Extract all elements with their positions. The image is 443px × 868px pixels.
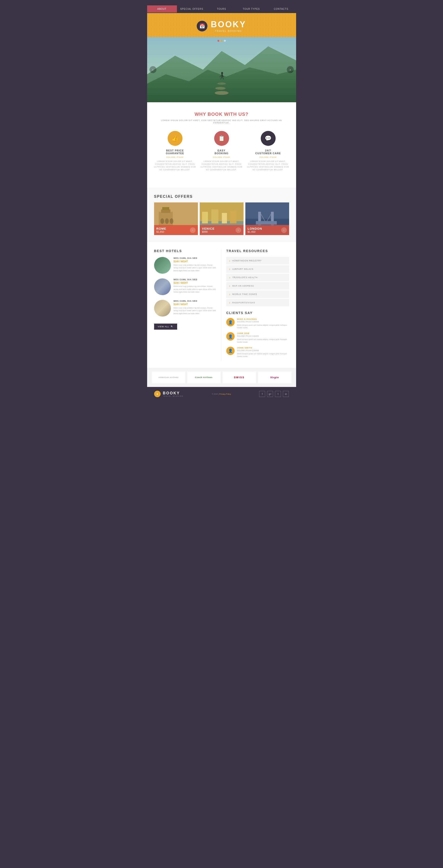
slider-dots bbox=[217, 40, 226, 42]
client-name-3: JOHN SMITH bbox=[237, 347, 289, 349]
slider-dot-3[interactable] bbox=[224, 40, 226, 42]
clients-say-title: CLIENTS SAY bbox=[226, 311, 289, 315]
feature-text-price: Lorem ipsum dolor sit amet, consectetur … bbox=[154, 160, 196, 171]
feature-customer-care: 💬 24/7CUSTOMER CARE DOLORE IPSUM Lorem i… bbox=[247, 131, 289, 178]
svg-point-17 bbox=[160, 218, 164, 224]
resource-honeymoon[interactable]: HONEYMOON REGISTRY bbox=[226, 257, 289, 265]
footer-brand-subtitle: TRAVEL BOOKING bbox=[163, 395, 184, 397]
hotel-price-2: $140 / NIGHT bbox=[174, 282, 217, 284]
offer-venice[interactable]: VENICE $990 › bbox=[200, 203, 243, 235]
site-header: 📅 BOOKY TRAVEL BOOKING bbox=[147, 13, 296, 37]
slider-prev-button[interactable]: ‹ bbox=[149, 66, 157, 73]
airline-american: American Airlines bbox=[152, 372, 185, 383]
clipboard-icon: 📋 bbox=[214, 131, 229, 146]
why-book-subtitle: LOREM IPSUM DOLOR SIT AMET, CON SECTETUR… bbox=[154, 119, 289, 124]
svg-rect-25 bbox=[222, 213, 227, 223]
header-content: 📅 BOOKY TRAVEL BOOKING bbox=[152, 20, 292, 32]
resource-list: HONEYMOON REGISTRY AIRPORT DELAYS TRAVEL… bbox=[226, 257, 289, 306]
footer-social: f g+ t in bbox=[259, 391, 289, 397]
resource-passports[interactable]: PASSPORTS/VISAS bbox=[226, 299, 289, 306]
feature-title-booking: EASYBOOKING bbox=[201, 149, 243, 155]
london-label: LONDON $1,450 › bbox=[245, 225, 289, 235]
offer-rome[interactable]: ROME $1,850 › bbox=[154, 203, 198, 235]
feature-subtitle-booking: DOLORE IPSUM bbox=[201, 156, 243, 158]
venice-price: $990 bbox=[202, 230, 215, 233]
slider-dot-2[interactable] bbox=[221, 40, 223, 42]
site-subtitle: TRAVEL BOOKING bbox=[211, 30, 246, 32]
nav-tour-types[interactable]: TOUR TYPES bbox=[237, 5, 266, 12]
view-all-label: VIEW ALL bbox=[158, 326, 169, 328]
search-icon: 🔍 bbox=[171, 326, 173, 328]
feature-booking: 📋 EASYBOOKING DOLORE IPSUM Lorem ipsum d… bbox=[201, 131, 243, 178]
privacy-link[interactable]: Privacy Policy bbox=[219, 393, 231, 395]
why-book-section: WHY BOOK WITH US? LOREM IPSUM DOLOR SIT … bbox=[147, 102, 296, 188]
client-role-3: DOLORE IPSUM COMME bbox=[237, 349, 289, 351]
resource-health[interactable]: TRAVELER'S HEALTH bbox=[226, 274, 289, 281]
footer-brand-name: BOOKY bbox=[163, 391, 184, 395]
footer-brand: ● BOOKY TRAVEL BOOKING bbox=[154, 391, 184, 397]
venice-text: VENICE $990 bbox=[202, 227, 215, 233]
svg-rect-15 bbox=[161, 210, 170, 213]
hotel-name-1: MES CUML DIA SED bbox=[174, 257, 217, 259]
nav-tours[interactable]: TOURS bbox=[207, 5, 237, 12]
two-col-section: BEST HOTELS MES CUML DIA SED $140 / NIGH… bbox=[147, 242, 296, 368]
slider-next-button[interactable]: › bbox=[287, 66, 294, 73]
hotel-info-3: MES CUML DIA SED $140 / NIGHT Dolor nunc… bbox=[174, 300, 217, 315]
features-grid: 👍 BEST PRICEGUARANTEE DOLORE IPSUM Lorem… bbox=[154, 131, 289, 178]
facebook-icon[interactable]: f bbox=[259, 391, 265, 397]
twitter-icon[interactable]: t bbox=[275, 391, 281, 397]
slider-dot-1[interactable] bbox=[217, 40, 219, 42]
london-arrow-icon[interactable]: › bbox=[281, 227, 287, 233]
client-role-1: DOLORE IPSUM COMME bbox=[237, 321, 289, 323]
why-book-title: WHY BOOK WITH US? bbox=[154, 112, 289, 117]
offers-grid: ROME $1,850 › bbox=[154, 203, 289, 235]
resource-map[interactable]: MAP AN ADDRESS bbox=[226, 282, 289, 289]
client-info-2: JANE DOE DOLORE IPSUM COMME Morbi tempor… bbox=[237, 332, 289, 343]
venice-arrow-icon[interactable]: › bbox=[236, 227, 241, 233]
linkedin-icon[interactable]: in bbox=[283, 391, 289, 397]
thumbs-up-icon: 👍 bbox=[168, 131, 182, 146]
client-text-1: Morbi tempor quam vel massa adipisc cong… bbox=[237, 324, 289, 329]
hotel-item-3: MES CUML DIA SED $140 / NIGHT Dolor nunc… bbox=[154, 300, 217, 317]
svg-rect-16 bbox=[162, 207, 169, 210]
london-price: $1,450 bbox=[248, 230, 262, 233]
resource-airport[interactable]: AIRPORT DELAYS bbox=[226, 265, 289, 273]
resource-timezones[interactable]: WORLD TIME ZONES bbox=[226, 290, 289, 298]
hotel-price-1: $140 / NIGHT bbox=[174, 260, 217, 263]
page-wrapper: ABOUT SPECIAL OFFERS TOURS TOUR TYPES CO… bbox=[147, 5, 296, 401]
hotel-name-2: MES CUML DIA SED bbox=[174, 278, 217, 281]
client-avatar-1: 👤 bbox=[226, 318, 235, 327]
hotel-text-2: Dolor nunc vulp putateur iqs dol-consec.… bbox=[174, 285, 217, 293]
airlines-section: American Airlines Czech Airlines SWISS V… bbox=[147, 368, 296, 387]
hotel-name-3: MES CUML DIA SED bbox=[174, 300, 217, 302]
venice-label: VENICE $990 › bbox=[200, 225, 243, 235]
svg-rect-23 bbox=[202, 212, 208, 223]
hero-slider: ‹ › bbox=[147, 37, 296, 102]
feature-text-booking: Lorem ipsum dolor sit amet, consectetur … bbox=[201, 160, 243, 171]
hotel-text-3: Dolor nunc vulp putateur iqs dol-consec.… bbox=[174, 307, 217, 315]
airline-virgin: Virgin bbox=[258, 372, 292, 383]
nav-special-offers[interactable]: SPECIAL OFFERS bbox=[177, 5, 207, 12]
hotel-item-1: MES CUML DIA SED $140 / NIGHT Dolor nunc… bbox=[154, 257, 217, 274]
view-all-button[interactable]: VIEW ALL 🔍 bbox=[154, 323, 177, 330]
feature-text-care: Lorem ipsum dolor sit amet, consectetur … bbox=[247, 160, 289, 171]
svg-point-18 bbox=[165, 218, 169, 224]
client-name-2: JANE DOE bbox=[237, 332, 289, 335]
client-avatar-2: 👤 bbox=[226, 332, 235, 341]
best-hotels-col: BEST HOTELS MES CUML DIA SED $140 / NIGH… bbox=[154, 249, 222, 361]
travel-col: TRAVEL RESOURCES HONEYMOON REGISTRY AIRP… bbox=[222, 249, 289, 361]
rome-arrow-icon[interactable]: › bbox=[190, 227, 196, 233]
feature-subtitle-price: DOLORE IPSUM bbox=[154, 156, 196, 158]
googleplus-icon[interactable]: g+ bbox=[267, 391, 273, 397]
hotel-info-1: MES CUML DIA SED $140 / NIGHT Dolor nunc… bbox=[174, 257, 217, 272]
rome-price: $1,850 bbox=[157, 230, 166, 233]
svg-point-4 bbox=[215, 91, 229, 95]
feature-best-price: 👍 BEST PRICEGUARANTEE DOLORE IPSUM Lorem… bbox=[154, 131, 196, 178]
nav-contacts[interactable]: CONTACTS bbox=[266, 5, 296, 12]
client-name-1: MIKE D POUNDS bbox=[237, 318, 289, 320]
nav-about[interactable]: ABOUT bbox=[147, 5, 177, 12]
footer-brand-text: BOOKY TRAVEL BOOKING bbox=[163, 391, 184, 397]
hotel-image-1 bbox=[154, 257, 171, 274]
offer-london[interactable]: LONDON $1,450 › bbox=[245, 203, 289, 235]
svg-point-7 bbox=[221, 72, 223, 74]
